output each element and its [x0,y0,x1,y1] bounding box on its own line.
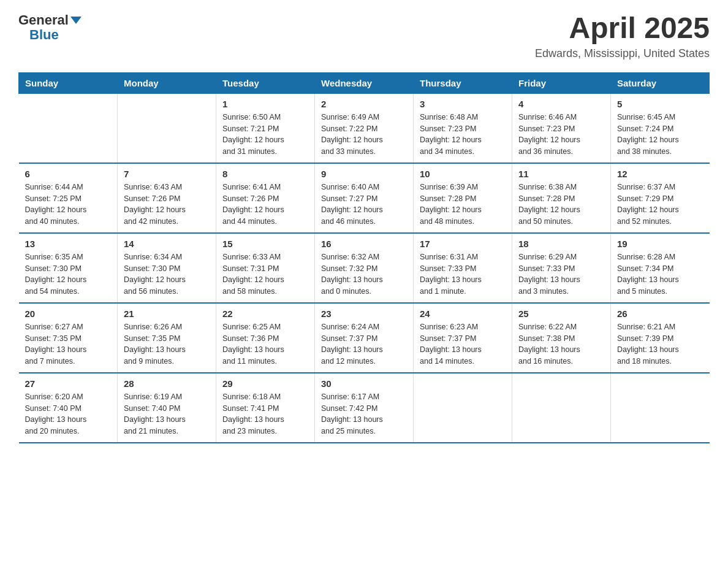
calendar-cell: 23Sunrise: 6:24 AM Sunset: 7:37 PM Dayli… [315,303,414,373]
day-number: 25 [518,308,604,319]
day-info: Sunrise: 6:23 AM Sunset: 7:37 PM Dayligh… [420,321,506,367]
calendar-cell: 6Sunrise: 6:44 AM Sunset: 7:25 PM Daylig… [19,163,118,233]
day-number: 21 [124,308,210,319]
day-number: 27 [25,378,112,389]
calendar-cell: 5Sunrise: 6:45 AM Sunset: 7:24 PM Daylig… [611,93,710,163]
day-info: Sunrise: 6:40 AM Sunset: 7:27 PM Dayligh… [321,182,407,228]
day-number: 7 [124,169,210,179]
calendar-cell: 27Sunrise: 6:20 AM Sunset: 7:40 PM Dayli… [19,373,118,443]
calendar-cell: 15Sunrise: 6:33 AM Sunset: 7:31 PM Dayli… [216,233,315,303]
day-info: Sunrise: 6:37 AM Sunset: 7:29 PM Dayligh… [617,182,703,228]
calendar-cell: 19Sunrise: 6:28 AM Sunset: 7:34 PM Dayli… [611,233,710,303]
day-number: 4 [518,99,604,109]
day-info: Sunrise: 6:44 AM Sunset: 7:25 PM Dayligh… [25,182,112,228]
day-info: Sunrise: 6:48 AM Sunset: 7:23 PM Dayligh… [420,112,506,158]
calendar-cell: 20Sunrise: 6:27 AM Sunset: 7:35 PM Dayli… [19,303,118,373]
calendar-cell: 4Sunrise: 6:46 AM Sunset: 7:23 PM Daylig… [512,93,611,163]
day-number: 23 [321,308,407,319]
calendar-week-row: 6Sunrise: 6:44 AM Sunset: 7:25 PM Daylig… [19,163,710,233]
day-header-thursday: Thursday [414,72,512,93]
calendar-week-row: 20Sunrise: 6:27 AM Sunset: 7:35 PM Dayli… [19,303,710,373]
calendar-cell: 29Sunrise: 6:18 AM Sunset: 7:41 PM Dayli… [216,373,315,443]
day-header-tuesday: Tuesday [216,72,315,93]
calendar-cell: 26Sunrise: 6:21 AM Sunset: 7:39 PM Dayli… [611,303,710,373]
calendar-cell: 11Sunrise: 6:38 AM Sunset: 7:28 PM Dayli… [512,163,611,233]
day-number: 24 [420,308,506,319]
day-number: 30 [321,378,407,389]
calendar-cell: 3Sunrise: 6:48 AM Sunset: 7:23 PM Daylig… [414,93,512,163]
calendar-cell: 13Sunrise: 6:35 AM Sunset: 7:30 PM Dayli… [19,233,118,303]
day-header-sunday: Sunday [19,72,118,93]
calendar-cell: 2Sunrise: 6:49 AM Sunset: 7:22 PM Daylig… [315,93,414,163]
day-info: Sunrise: 6:33 AM Sunset: 7:31 PM Dayligh… [222,251,308,297]
day-number: 16 [321,239,407,249]
day-info: Sunrise: 6:45 AM Sunset: 7:24 PM Dayligh… [617,112,703,158]
calendar-cell: 30Sunrise: 6:17 AM Sunset: 7:42 PM Dayli… [315,373,414,443]
calendar-header-row: SundayMondayTuesdayWednesdayThursdayFrid… [19,72,710,93]
day-number: 22 [222,308,308,319]
calendar-cell: 16Sunrise: 6:32 AM Sunset: 7:32 PM Dayli… [315,233,414,303]
day-number: 29 [222,378,308,389]
calendar-cell [611,373,710,443]
logo-blue-text: Blue [29,27,59,43]
day-header-monday: Monday [118,72,216,93]
day-number: 6 [25,169,112,179]
day-info: Sunrise: 6:34 AM Sunset: 7:30 PM Dayligh… [124,251,210,297]
day-info: Sunrise: 6:49 AM Sunset: 7:22 PM Dayligh… [321,112,407,158]
day-info: Sunrise: 6:38 AM Sunset: 7:28 PM Dayligh… [518,182,604,228]
calendar-cell: 1Sunrise: 6:50 AM Sunset: 7:21 PM Daylig… [216,93,315,163]
day-header-saturday: Saturday [611,72,710,93]
day-number: 9 [321,169,407,179]
calendar-cell: 28Sunrise: 6:19 AM Sunset: 7:40 PM Dayli… [118,373,216,443]
day-number: 12 [617,169,703,179]
calendar-cell: 18Sunrise: 6:29 AM Sunset: 7:33 PM Dayli… [512,233,611,303]
day-number: 20 [25,308,112,319]
day-info: Sunrise: 6:19 AM Sunset: 7:40 PM Dayligh… [124,391,210,437]
location-label: Edwards, Mississippi, United States [535,47,710,60]
page-header: General Blue April 2025 Edwards, Mississ… [18,12,710,60]
calendar-cell [414,373,512,443]
logo-general-text: General [18,12,69,28]
day-info: Sunrise: 6:50 AM Sunset: 7:21 PM Dayligh… [222,112,308,158]
day-number: 28 [124,378,210,389]
title-block: April 2025 Edwards, Mississippi, United … [535,12,710,60]
day-header-wednesday: Wednesday [315,72,414,93]
day-info: Sunrise: 6:46 AM Sunset: 7:23 PM Dayligh… [518,112,604,158]
logo-mark: General Blue [18,12,82,43]
day-number: 19 [617,239,703,249]
calendar-cell: 12Sunrise: 6:37 AM Sunset: 7:29 PM Dayli… [611,163,710,233]
calendar-cell: 17Sunrise: 6:31 AM Sunset: 7:33 PM Dayli… [414,233,512,303]
calendar-cell [118,93,216,163]
calendar-week-row: 27Sunrise: 6:20 AM Sunset: 7:40 PM Dayli… [19,373,710,443]
day-number: 2 [321,99,407,109]
day-info: Sunrise: 6:21 AM Sunset: 7:39 PM Dayligh… [617,321,703,367]
day-info: Sunrise: 6:29 AM Sunset: 7:33 PM Dayligh… [518,251,604,297]
day-info: Sunrise: 6:26 AM Sunset: 7:35 PM Dayligh… [124,321,210,367]
day-number: 13 [25,239,112,249]
calendar-week-row: 13Sunrise: 6:35 AM Sunset: 7:30 PM Dayli… [19,233,710,303]
day-number: 3 [420,99,506,109]
calendar-week-row: 1Sunrise: 6:50 AM Sunset: 7:21 PM Daylig… [19,93,710,163]
day-info: Sunrise: 6:39 AM Sunset: 7:28 PM Dayligh… [420,182,506,228]
calendar-cell: 8Sunrise: 6:41 AM Sunset: 7:26 PM Daylig… [216,163,315,233]
day-info: Sunrise: 6:17 AM Sunset: 7:42 PM Dayligh… [321,391,407,437]
day-info: Sunrise: 6:35 AM Sunset: 7:30 PM Dayligh… [25,251,112,297]
day-number: 10 [420,169,506,179]
calendar-cell: 24Sunrise: 6:23 AM Sunset: 7:37 PM Dayli… [414,303,512,373]
day-info: Sunrise: 6:20 AM Sunset: 7:40 PM Dayligh… [25,391,112,437]
day-number: 15 [222,239,308,249]
calendar-cell [19,93,118,163]
day-number: 26 [617,308,703,319]
calendar-cell [512,373,611,443]
calendar-cell: 10Sunrise: 6:39 AM Sunset: 7:28 PM Dayli… [414,163,512,233]
calendar-table: SundayMondayTuesdayWednesdayThursdayFrid… [18,72,710,443]
day-number: 18 [518,239,604,249]
calendar-cell: 22Sunrise: 6:25 AM Sunset: 7:36 PM Dayli… [216,303,315,373]
day-info: Sunrise: 6:27 AM Sunset: 7:35 PM Dayligh… [25,321,112,367]
day-info: Sunrise: 6:24 AM Sunset: 7:37 PM Dayligh… [321,321,407,367]
day-number: 1 [222,99,308,109]
day-number: 5 [617,99,703,109]
logo: General Blue [18,12,82,43]
calendar-cell: 21Sunrise: 6:26 AM Sunset: 7:35 PM Dayli… [118,303,216,373]
month-title: April 2025 [535,12,710,45]
